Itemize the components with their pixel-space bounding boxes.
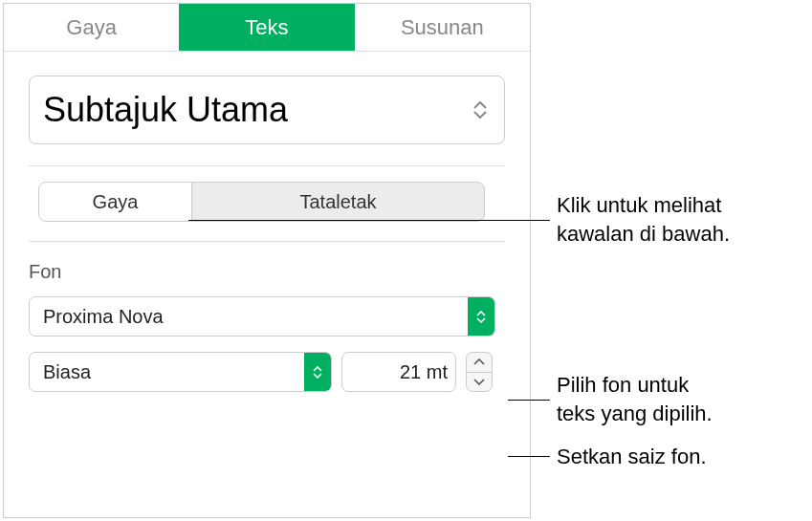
font-family-value: Proxima Nova	[43, 306, 164, 328]
tab-teks[interactable]: Teks	[179, 4, 354, 51]
dropdown-icon	[468, 297, 494, 336]
callout-line	[508, 400, 550, 401]
paragraph-style-label: Subtajuk Utama	[43, 90, 288, 130]
font-weight-dropdown[interactable]: Biasa	[29, 352, 332, 392]
divider	[29, 165, 505, 166]
paragraph-style-dropdown[interactable]: Subtajuk Utama	[29, 76, 505, 144]
font-size-stepper	[466, 352, 493, 392]
tab-susunan[interactable]: Susunan	[355, 4, 530, 51]
callout-line	[188, 220, 550, 221]
dropdown-icon	[304, 353, 331, 391]
segment-tataletak[interactable]: Tataletak	[192, 183, 484, 221]
format-panel: Gaya Teks Susunan Subtajuk Utama Gaya Ta…	[3, 3, 531, 518]
font-size-field[interactable]: 21 mt	[341, 352, 456, 392]
font-family-dropdown[interactable]: Proxima Nova	[29, 296, 495, 336]
panel-content: Subtajuk Utama Gaya Tataletak Fon Proxim…	[4, 52, 530, 392]
callout-line	[508, 456, 550, 457]
segment-gaya[interactable]: Gaya	[39, 183, 192, 221]
stepper-up[interactable]	[467, 353, 492, 373]
style-layout-segment: Gaya Tataletak	[38, 182, 485, 222]
top-tabs: Gaya Teks Susunan	[4, 4, 530, 52]
chevron-updown-icon	[473, 101, 487, 119]
font-weight-value: Biasa	[43, 361, 91, 383]
font-section-label: Fon	[29, 261, 505, 283]
divider	[29, 241, 505, 242]
callout-text-1: Klik untuk melihat kawalan di bawah.	[557, 191, 730, 248]
tab-gaya[interactable]: Gaya	[4, 4, 179, 51]
stepper-down[interactable]	[467, 373, 492, 392]
callout-text-2: Pilih fon untuk teks yang dipilih.	[557, 371, 713, 427]
callout-text-3: Setkan saiz fon.	[557, 443, 707, 471]
